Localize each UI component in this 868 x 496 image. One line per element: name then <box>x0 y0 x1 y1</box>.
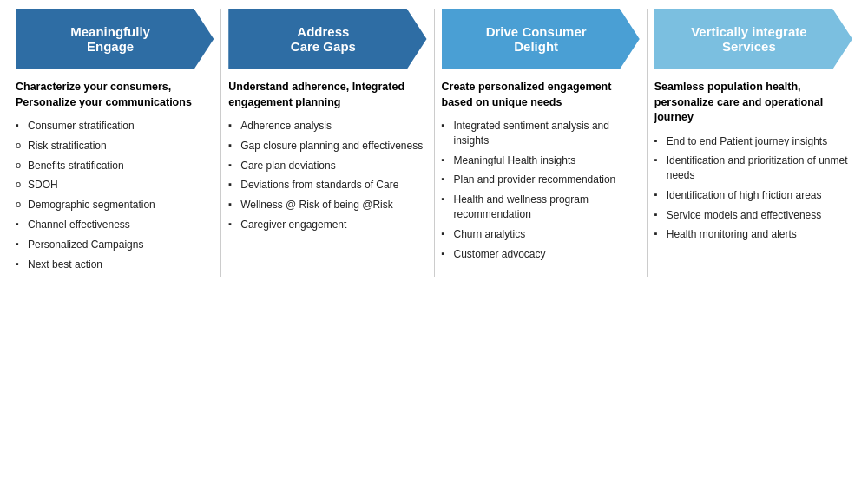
list-item: Care plan deviations <box>228 159 426 173</box>
header-col1: Meaningfully Engage <box>16 9 214 69</box>
list-col3: Integrated sentiment analysis and insigh… <box>442 119 640 266</box>
column-col3: Drive Consumer DelightCreate personalize… <box>435 9 647 277</box>
list-item: Identification of high friction areas <box>654 188 852 203</box>
list-item: Benefits stratification <box>16 159 214 173</box>
list-item: Plan and provider recommendation <box>442 173 640 187</box>
header-col2: Address Care Gaps <box>228 9 426 69</box>
subtitle-col4: Seamless population health, personalize … <box>654 80 852 126</box>
list-item: Gap closure planning and effectiveness <box>228 139 426 153</box>
subtitle-col3: Create personalized engagement based on … <box>442 80 640 110</box>
main-container: Meaningfully EngageCharacterize your con… <box>9 9 859 277</box>
list-item: Health and wellness program recommendati… <box>442 193 640 222</box>
list-item: Churn analytics <box>442 227 640 242</box>
list-item: Channel effectiveness <box>16 218 214 232</box>
list-col4: End to end Patient journey insightsIdent… <box>654 134 852 248</box>
header-col3: Drive Consumer Delight <box>442 9 640 69</box>
column-col1: Meaningfully EngageCharacterize your con… <box>9 9 220 277</box>
list-item: Identification and prioritization of unm… <box>654 153 852 183</box>
list-col2: Adherence analysisGap closure planning a… <box>228 119 426 238</box>
column-col4: Vertically integrate ServicesSeamless po… <box>648 9 859 277</box>
list-item: Demographic segmentation <box>16 198 214 212</box>
header-col4: Vertically integrate Services <box>654 9 852 69</box>
list-item: Next best action <box>16 258 214 272</box>
list-item: Adherence analysis <box>228 119 426 134</box>
list-item: Deviations from standards of Care <box>228 178 426 193</box>
list-item: Service models and effectiveness <box>654 208 852 223</box>
list-item: Meaningful Health insights <box>442 153 640 168</box>
list-col1: Consumer stratificationRisk stratificati… <box>16 119 214 277</box>
list-item: Health monitoring and alerts <box>654 227 852 242</box>
subtitle-col2: Understand adherence, Integrated engagem… <box>228 80 426 110</box>
column-col2: Address Care GapsUnderstand adherence, I… <box>221 9 433 277</box>
list-item: Consumer stratification <box>16 119 214 134</box>
list-item: Risk stratification <box>16 139 214 153</box>
list-item: Integrated sentiment analysis and insigh… <box>442 119 640 148</box>
subtitle-col1: Characterize your consumers, Personalize… <box>16 80 214 110</box>
list-item: Caregiver engagement <box>228 218 426 232</box>
list-item: SDOH <box>16 178 214 193</box>
list-item: Wellness @ Risk of being @Risk <box>228 198 426 212</box>
list-item: Personalized Campaigns <box>16 238 214 252</box>
list-item: Customer advocacy <box>442 247 640 262</box>
list-item: End to end Patient journey insights <box>654 134 852 149</box>
